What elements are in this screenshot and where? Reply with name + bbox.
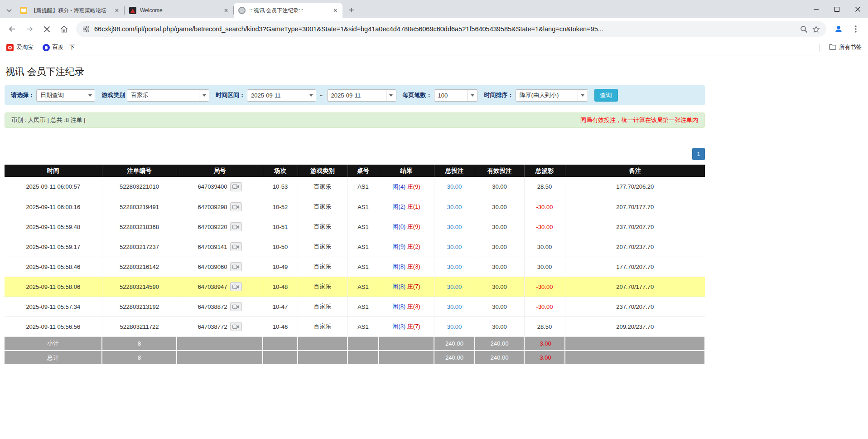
browser-tab-forum[interactable]: 【新提醒】积分 - 海燕策略论坛 <box>15 3 124 18</box>
cell-game-type: 百家乐 <box>298 217 347 237</box>
result-player: 闲(0) <box>392 223 405 230</box>
result-player: 闲(9) <box>392 243 405 250</box>
date-from-select[interactable]: 2025-09-11 <box>247 89 316 102</box>
site-info-icon[interactable] <box>82 25 90 33</box>
cell-game-type: 百家乐 <box>298 297 347 317</box>
video-replay-icon[interactable] <box>230 302 242 311</box>
chevron-down-icon[interactable] <box>386 90 396 101</box>
back-button[interactable] <box>5 21 20 37</box>
filter-label: 时间排序： <box>484 91 514 99</box>
bet-records-table: 时间注单编号局号场次游戏类别桌号结果总投注有效投注总派彩备注 2025-09-1… <box>5 165 705 365</box>
window-controls <box>805 0 868 18</box>
game-type-select[interactable]: 百家乐 <box>127 89 209 102</box>
video-replay-icon[interactable] <box>230 322 242 331</box>
cell-payout: -30.00 <box>524 197 565 217</box>
cell-valid-bet: 30.00 <box>475 197 524 217</box>
stop-loading-icon[interactable] <box>39 21 54 37</box>
address-bar[interactable]: 66cxkj98.com/ipl/portal.php/game/betreco… <box>76 21 826 37</box>
browser-tab-bet-records[interactable]: :::视讯 会员下注纪录::: <box>234 3 342 18</box>
tab-title: Welcome <box>140 7 219 14</box>
total-bet-link[interactable]: 30.00 <box>447 323 462 330</box>
time-sort-select[interactable]: 降幂(由大到小) <box>516 89 588 102</box>
chevron-down-icon[interactable] <box>468 90 477 101</box>
cell-table-no: AS1 <box>347 317 379 337</box>
search-button[interactable]: 查询 <box>594 89 618 102</box>
chevron-down-icon[interactable] <box>306 90 316 101</box>
cell-round: 647039298 <box>177 197 263 217</box>
maximize-button[interactable] <box>826 0 847 18</box>
forward-button[interactable] <box>22 21 37 37</box>
baidu-icon <box>43 44 50 51</box>
video-replay-icon[interactable] <box>230 262 242 271</box>
round-number: 647039060 <box>198 263 227 270</box>
total-bet-link[interactable]: 30.00 <box>447 204 462 210</box>
page-number-button[interactable]: 1 <box>692 148 705 160</box>
total-bet-link[interactable]: 30.00 <box>447 283 462 290</box>
menu-icon[interactable] <box>848 21 863 37</box>
date-to-select[interactable]: 2025-09-11 <box>327 89 396 102</box>
url-text[interactable]: 66cxkj98.com/ipl/portal.php/game/betreco… <box>94 25 796 33</box>
result-banker: 庄(9) <box>407 223 420 230</box>
home-button[interactable] <box>56 21 72 37</box>
game-favicon-icon <box>238 7 246 14</box>
folder-icon <box>829 44 836 51</box>
query-type-select[interactable]: 日期查询 <box>36 89 95 102</box>
minimize-button[interactable] <box>805 0 826 18</box>
tab-close-icon[interactable] <box>222 7 230 14</box>
chevron-down-icon[interactable] <box>199 90 209 101</box>
total-bet-link[interactable]: 30.00 <box>447 263 462 270</box>
total-bet-link[interactable]: 30.00 <box>447 183 462 190</box>
browser-tab-welcome[interactable]: Welcome <box>125 3 233 18</box>
video-replay-icon[interactable] <box>230 242 242 251</box>
cell-note: 177.70/207.70 <box>565 257 705 277</box>
combo-value: 降幂(由大到小) <box>516 90 578 101</box>
cell-result: 闲(3) 庄(7) <box>379 317 434 337</box>
filter-label: 时间区间： <box>216 91 245 99</box>
cell-empty <box>565 337 705 351</box>
round-number: 647038772 <box>198 323 227 330</box>
video-replay-icon[interactable] <box>230 202 242 211</box>
result-banker: 庄(1) <box>407 203 420 210</box>
bookmarks-divider <box>820 44 820 52</box>
tab-close-icon[interactable] <box>332 7 339 14</box>
tab-bar: 【新提醒】积分 - 海燕策略论坛 Welcome :::视讯 会员下注纪录::: <box>0 0 868 18</box>
cell-bet-id: 522803216142 <box>102 257 177 277</box>
bookmark-item-taobao[interactable]: 爱淘宝 <box>6 44 34 51</box>
video-replay-icon[interactable] <box>230 182 242 191</box>
video-replay-icon[interactable] <box>230 282 242 291</box>
filter-label: 每页笔数： <box>403 91 432 99</box>
cell-session: 10-47 <box>263 297 298 317</box>
cell-valid-bet: 30.00 <box>475 237 524 257</box>
cell-session: 10-46 <box>263 317 298 337</box>
summary-row: 总计8240.00240.00-3.00 <box>5 351 705 365</box>
cell-bet-id: 522803217237 <box>102 237 177 257</box>
cell-empty <box>298 351 347 365</box>
close-window-button[interactable] <box>847 0 868 18</box>
all-bookmarks-label: 所有书签 <box>839 44 862 51</box>
new-tab-button[interactable] <box>345 4 358 16</box>
bookmark-item-baidu[interactable]: 百度一下 <box>43 44 75 51</box>
cell-game-type: 百家乐 <box>298 277 347 297</box>
chevron-down-icon[interactable] <box>578 90 588 101</box>
cell-empty <box>379 337 434 351</box>
cell-valid-bet: 30.00 <box>475 297 524 317</box>
cell-result: 闲(0) 庄(9) <box>379 217 434 237</box>
all-bookmarks-button[interactable]: 所有书签 <box>829 44 862 51</box>
tab-close-icon[interactable] <box>113 7 121 14</box>
bookmark-star-icon[interactable] <box>812 25 820 33</box>
column-header: 结果 <box>379 165 434 177</box>
video-replay-icon[interactable] <box>230 222 242 231</box>
total-bet-link[interactable]: 30.00 <box>447 303 462 310</box>
profile-avatar[interactable] <box>831 21 846 37</box>
tab-search-chevron-icon[interactable] <box>3 3 15 18</box>
chevron-down-icon[interactable] <box>85 90 95 101</box>
zoom-icon[interactable] <box>800 25 808 33</box>
cell-total-bet: 30.00 <box>434 237 475 257</box>
round-number: 647038947 <box>198 283 227 290</box>
filter-label: 请选择： <box>11 91 34 99</box>
cell-payout: 28.50 <box>524 317 565 337</box>
round-number: 647039298 <box>198 204 227 210</box>
per-page-select[interactable]: 100 <box>434 89 478 102</box>
total-bet-link[interactable]: 30.00 <box>447 224 462 230</box>
total-bet-link[interactable]: 30.00 <box>447 244 462 250</box>
